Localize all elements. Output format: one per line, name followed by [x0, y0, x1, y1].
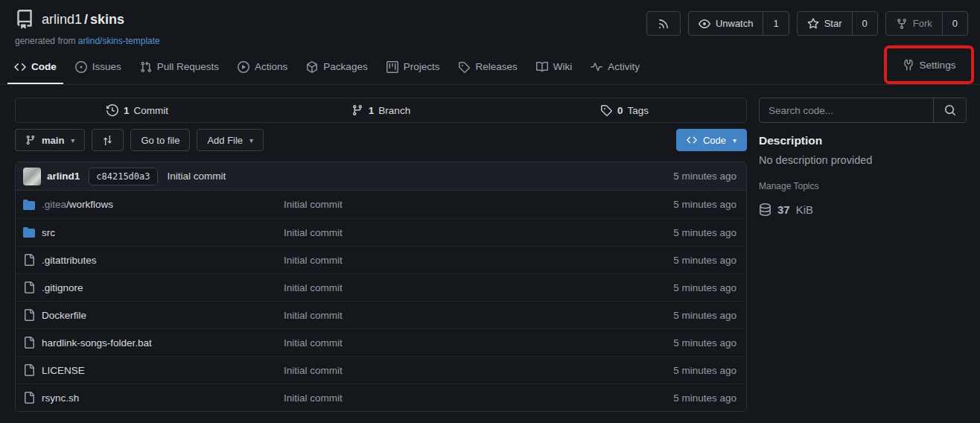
issue-icon [75, 61, 87, 73]
file-commit-message-link[interactable]: Initial commit [284, 392, 673, 404]
code-search-box [759, 98, 967, 123]
tab-activity[interactable]: Activity [584, 51, 646, 84]
file-name-link[interactable]: src [42, 227, 55, 238]
file-time: 5 minutes ago [673, 337, 739, 349]
file-time: 5 minutes ago [673, 365, 739, 376]
chevron-down-icon: ▾ [249, 136, 253, 144]
repo-toolbar: main ▾ Go to file Add File ▾ Code ▾ [15, 129, 747, 151]
table-row: .gitignore Initial commit 5 minutes ago [16, 273, 746, 301]
fork-button[interactable]: Fork 0 [885, 11, 968, 36]
folder-icon [23, 199, 35, 211]
tab-projects[interactable]: Projects [380, 51, 447, 84]
file-name-link[interactable]: hardlink-songs-folder.bat [42, 337, 152, 349]
tab-actions[interactable]: Actions [231, 51, 294, 84]
pulse-icon [591, 61, 602, 73]
table-row: LICENSE Initial commit 5 minutes ago [16, 356, 746, 384]
code-icon [14, 61, 26, 73]
unwatch-label: Unwatch [716, 18, 754, 29]
file-name-link[interactable]: .gitattributes [42, 255, 97, 266]
file-name-link[interactable]: rsync.sh [42, 392, 79, 404]
file-commit-message-link[interactable]: Initial commit [284, 282, 673, 293]
tab-code[interactable]: Code [7, 51, 63, 84]
chevron-down-icon: ▾ [733, 136, 736, 144]
settings-annotation-box: Settings [884, 45, 974, 84]
generated-from: generated from arlind/skins-template [15, 36, 160, 46]
file-commit-message-link[interactable]: Initial commit [284, 199, 673, 210]
fork-count[interactable]: 0 [942, 12, 967, 35]
fork-label: Fork [913, 18, 932, 29]
code-download-button[interactable]: Code ▾ [676, 129, 747, 151]
rss-button[interactable] [646, 11, 681, 36]
manage-topics-link[interactable]: Manage Topics [759, 181, 819, 191]
branch-icon [351, 104, 363, 116]
tab-issues[interactable]: Issues [69, 51, 128, 84]
watch-count[interactable]: 1 [763, 12, 788, 35]
file-icon [23, 282, 35, 293]
file-time: 5 minutes ago [673, 255, 739, 266]
file-time: 5 minutes ago [673, 282, 739, 293]
branch-selector[interactable]: main ▾ [15, 129, 85, 151]
repo-owner-link[interactable]: arlind1 [42, 12, 82, 27]
tab-pull-requests[interactable]: Pull Requests [133, 51, 226, 84]
tab-packages[interactable]: Packages [299, 51, 374, 84]
star-count[interactable]: 0 [852, 12, 877, 35]
latest-commit-row: arlind1 c84215d0a3 Initial commit 5 minu… [16, 162, 746, 191]
tab-releases[interactable]: Releases [451, 51, 524, 84]
tab-wiki[interactable]: Wiki [529, 51, 579, 84]
fork-icon [896, 18, 908, 30]
branch-icon [25, 135, 36, 145]
add-file-button[interactable]: Add File ▾ [197, 129, 264, 151]
repo-size-unit: KiB [796, 203, 813, 216]
page-title: arlind1/skins [42, 12, 124, 28]
package-icon [306, 61, 318, 73]
file-name-link[interactable]: .gitignore [42, 282, 83, 293]
commit-hash-link[interactable]: c84215d0a3 [89, 168, 157, 185]
file-commit-message-link[interactable]: Initial commit [284, 255, 673, 266]
repo-title-block: arlind1/skins generated from arlind/skin… [15, 10, 160, 46]
tab-settings[interactable]: Settings [896, 59, 963, 71]
file-icon [23, 254, 35, 266]
branches-stat[interactable]: 1 Branch [259, 98, 503, 122]
description-heading: Description [759, 134, 967, 147]
compare-button[interactable] [92, 129, 124, 151]
tags-stat[interactable]: 0 Tags [503, 98, 746, 122]
commit-time: 5 minutes ago [673, 171, 739, 182]
chevron-down-icon: ▾ [71, 136, 74, 144]
code-icon [687, 135, 697, 145]
play-circle-icon [238, 61, 249, 73]
star-label: Star [824, 18, 842, 29]
file-name-link[interactable]: LICENSE [42, 365, 85, 376]
search-input[interactable] [760, 98, 933, 122]
commits-stat[interactable]: 1 Commit [16, 98, 259, 122]
repo-tabbar: Code Issues Pull Requests Actions Packag… [0, 51, 980, 85]
rss-icon [658, 18, 669, 30]
star-button[interactable]: Star 0 [797, 11, 878, 36]
file-commit-message-link[interactable]: Initial commit [284, 227, 673, 238]
table-row: rsync.sh Initial commit 5 minutes ago [16, 384, 746, 411]
file-commit-message-link[interactable]: Initial commit [284, 310, 673, 321]
search-button[interactable] [933, 98, 966, 122]
unwatch-button[interactable]: Unwatch 1 [688, 11, 789, 36]
file-name-link[interactable]: Dockerfile [42, 310, 86, 321]
table-row: src Initial commit 5 minutes ago [16, 218, 746, 246]
repo-name-link[interactable]: skins [90, 12, 124, 27]
template-link[interactable]: arlind/skins-template [78, 36, 160, 46]
file-name-link[interactable]: .gitea/workflows [42, 199, 113, 210]
commit-message-link[interactable]: Initial commit [168, 171, 226, 182]
file-table: arlind1 c84215d0a3 Initial commit 5 minu… [15, 162, 747, 412]
star-icon [807, 18, 819, 30]
tools-icon [903, 59, 914, 71]
eye-icon [699, 18, 710, 30]
compare-icon [102, 135, 113, 146]
go-to-file-button[interactable]: Go to file [130, 129, 190, 151]
pull-request-icon [140, 61, 152, 73]
file-icon [23, 309, 35, 321]
file-time: 5 minutes ago [673, 227, 739, 238]
avatar[interactable] [23, 168, 41, 185]
repo-size: 37 KiB [759, 203, 967, 216]
file-commit-message-link[interactable]: Initial commit [284, 337, 673, 349]
file-time: 5 minutes ago [673, 199, 739, 210]
commit-author-link[interactable]: arlind1 [47, 171, 80, 182]
file-commit-message-link[interactable]: Initial commit [284, 365, 673, 376]
file-time: 5 minutes ago [673, 310, 739, 321]
